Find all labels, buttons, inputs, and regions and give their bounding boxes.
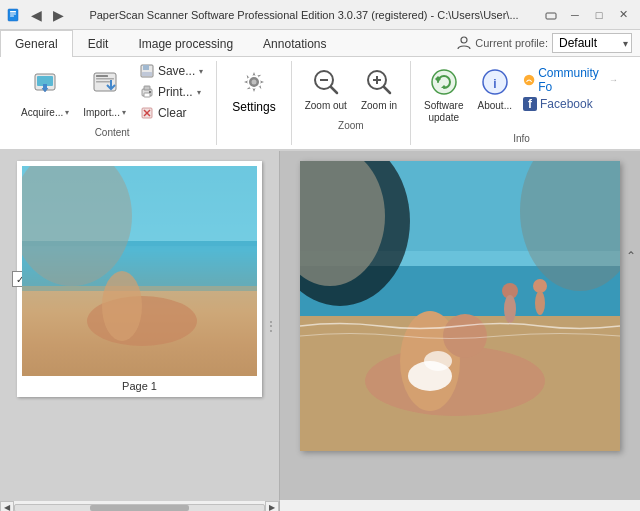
scroll-right-btn[interactable]: ▶	[265, 501, 279, 512]
forward-button[interactable]: ▶	[48, 5, 68, 25]
community-arrow: →	[609, 75, 618, 85]
clear-button[interactable]: Clear	[135, 103, 208, 123]
info-links: Community Fo → f Facebook	[521, 61, 620, 112]
thumbnail-image	[22, 166, 257, 376]
main-document-image	[300, 161, 620, 451]
facebook-label: Facebook	[540, 97, 593, 111]
svg-rect-18	[144, 86, 150, 90]
ribbon-group-zoom: Zoom out Zoom in Zoom	[292, 61, 411, 145]
import-arrow: ▾	[122, 108, 126, 117]
zoom-out-button[interactable]: Zoom out	[300, 61, 352, 116]
tab-general[interactable]: General	[0, 30, 73, 57]
settings-label: Settings	[232, 100, 275, 114]
back-button[interactable]: ◀	[26, 5, 46, 25]
content-group-label: Content	[16, 125, 208, 139]
svg-point-20	[149, 91, 151, 93]
thumbnail-panel[interactable]: ✓ Page 1	[0, 151, 280, 500]
page-label: Page 1	[22, 380, 257, 392]
ribbon-group-content: Acquire... ▾	[8, 61, 217, 145]
svg-point-34	[432, 70, 456, 94]
print-button[interactable]: Print... ▾	[135, 82, 208, 102]
tab-list: General Edit Image processing Annotation…	[0, 30, 448, 56]
ribbon-group-settings: Settings	[217, 61, 291, 145]
zoom-group-label: Zoom	[300, 118, 402, 132]
zoom-out-icon	[310, 66, 342, 98]
about-button[interactable]: i About...	[473, 61, 517, 116]
acquire-label: Acquire...	[21, 107, 63, 118]
facebook-link[interactable]: f Facebook	[521, 96, 620, 112]
nav-buttons: ◀ ▶	[26, 5, 68, 25]
thumbnail-page-1[interactable]: ✓ Page 1	[17, 161, 262, 397]
import-icon	[89, 66, 121, 105]
svg-text:i: i	[493, 77, 496, 91]
profile-area: Current profile: Default	[448, 33, 640, 53]
info-group-items: Softwareupdate i About...	[419, 61, 624, 131]
svg-point-26	[251, 80, 256, 85]
svg-rect-4	[546, 13, 556, 19]
svg-point-55	[533, 279, 547, 293]
profile-icon	[456, 35, 472, 51]
scroll-left-btn[interactable]: ◀	[0, 501, 14, 512]
print-icon	[140, 85, 154, 99]
scroll-thumb[interactable]	[90, 505, 190, 511]
scroll-track[interactable]	[14, 504, 265, 512]
panel-resize-handle[interactable]: ⋮	[265, 319, 277, 333]
print-arrow: ▾	[197, 88, 201, 97]
ribbon-collapse-button[interactable]: ⌃	[624, 245, 638, 267]
profile-select-wrapper[interactable]: Default	[552, 33, 632, 53]
profile-select[interactable]: Default	[552, 33, 632, 53]
about-icon: i	[479, 66, 511, 98]
ribbon-content: Acquire... ▾	[0, 57, 640, 150]
svg-rect-8	[43, 84, 47, 90]
window-title: PaperScan Scanner Software Professional …	[72, 9, 536, 21]
main-view[interactable]	[280, 151, 640, 500]
save-arrow: ▾	[199, 67, 203, 76]
svg-rect-16	[142, 72, 152, 76]
import-label: Import...	[83, 107, 120, 118]
zoom-in-icon	[363, 66, 395, 98]
acquire-button[interactable]: Acquire... ▾	[16, 61, 74, 123]
svg-rect-19	[144, 93, 150, 97]
content-stack: Save... ▾ Print... ▾	[135, 61, 208, 123]
svg-point-61	[424, 351, 452, 371]
settings-button[interactable]: Settings	[225, 61, 282, 119]
group-items-content: Acquire... ▾	[16, 61, 208, 125]
tab-image-processing[interactable]: Image processing	[123, 30, 248, 57]
left-scrollbar[interactable]: ◀ ▶	[0, 500, 280, 511]
svg-rect-0	[8, 9, 18, 21]
taskbar-button[interactable]	[540, 4, 562, 26]
ribbon-group-info: Softwareupdate i About...	[411, 61, 632, 145]
save-label: Save...	[158, 64, 195, 78]
svg-line-33	[384, 87, 390, 93]
svg-point-5	[461, 37, 467, 43]
save-icon	[140, 64, 154, 78]
software-update-label: Softwareupdate	[424, 100, 463, 124]
svg-point-56	[535, 291, 545, 315]
svg-rect-1	[10, 11, 16, 13]
main-image-svg	[300, 161, 620, 451]
tab-annotations[interactable]: Annotations	[248, 30, 341, 57]
community-forum-link[interactable]: Community Fo →	[521, 65, 620, 95]
window-controls: ─ □ ✕	[540, 4, 634, 26]
profile-label: Current profile:	[475, 37, 548, 49]
save-button[interactable]: Save... ▾	[135, 61, 208, 81]
svg-rect-10	[96, 75, 108, 77]
import-button[interactable]: Import... ▾	[78, 61, 131, 123]
settings-icon	[238, 66, 270, 98]
close-button[interactable]: ✕	[612, 4, 634, 26]
minimize-button[interactable]: ─	[564, 4, 586, 26]
acquire-icon	[29, 66, 61, 105]
tab-edit[interactable]: Edit	[73, 30, 124, 57]
title-bar: ◀ ▶ PaperScan Scanner Software Professio…	[0, 0, 640, 30]
app-icon	[6, 7, 22, 23]
main-content: ✓ Page 1	[0, 151, 640, 500]
community-label: Community Fo	[538, 66, 606, 94]
maximize-button[interactable]: □	[588, 4, 610, 26]
software-update-button[interactable]: Softwareupdate	[419, 61, 468, 129]
zoom-in-button[interactable]: Zoom in	[356, 61, 402, 116]
zoom-in-label: Zoom in	[361, 100, 397, 111]
clear-icon	[140, 106, 154, 120]
thumb-overlay	[22, 166, 257, 376]
info-group-label: Info	[419, 131, 624, 145]
software-update-icon	[428, 66, 460, 98]
